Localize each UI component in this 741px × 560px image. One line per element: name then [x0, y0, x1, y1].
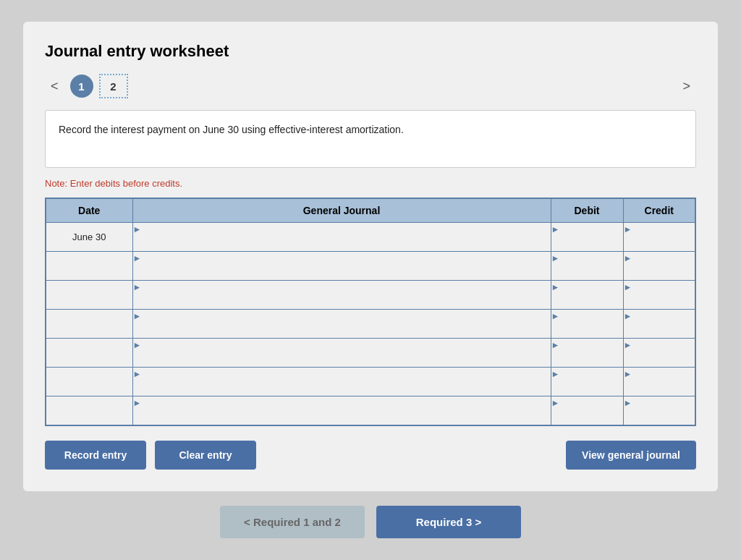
page-title: Journal entry worksheet: [45, 42, 696, 61]
credit-input-1[interactable]: [624, 234, 695, 251]
credit-cell-1[interactable]: ►: [623, 223, 695, 252]
note-text: Note: Enter debits before credits.: [45, 178, 696, 189]
debit-input-4[interactable]: [551, 321, 623, 338]
journal-cell-2[interactable]: ►: [132, 252, 551, 281]
credit-cell-2[interactable]: ►: [623, 252, 695, 281]
credit-cell-5[interactable]: ►: [623, 339, 695, 368]
debit-cell-1[interactable]: ►: [551, 223, 623, 252]
table-header-row: Date General Journal Debit Credit: [46, 198, 695, 223]
row-arrow-icon-2: ►: [133, 253, 142, 263]
journal-input-3[interactable]: [133, 292, 551, 309]
tab-navigation: < 1 2 >: [45, 74, 696, 98]
journal-cell-1[interactable]: ►: [132, 223, 551, 252]
instruction-text: Record the interest payment on June 30 u…: [59, 124, 404, 135]
next-arrow[interactable]: >: [677, 76, 696, 97]
header-date: Date: [46, 198, 132, 223]
credit-cell-6[interactable]: ►: [623, 368, 695, 396]
row-arrow-icon-4: ►: [133, 311, 142, 321]
tab-2[interactable]: 2: [99, 74, 128, 98]
debit-arrow-icon-1: ►: [551, 224, 560, 234]
journal-input-7[interactable]: [133, 408, 551, 425]
action-button-row: Record entry Clear entry View general jo…: [45, 441, 696, 470]
debit-arrow-icon-6: ►: [551, 369, 560, 379]
date-cell-2: [46, 252, 132, 281]
clear-entry-button[interactable]: Clear entry: [155, 441, 256, 470]
row-arrow-icon-5: ►: [133, 340, 142, 350]
credit-input-5[interactable]: [624, 350, 695, 367]
table-row: ► ► ►: [46, 396, 695, 426]
debit-cell-7[interactable]: ►: [551, 396, 623, 426]
credit-arrow-icon-4: ►: [624, 311, 632, 321]
date-cell-6: [46, 368, 132, 396]
page-wrapper: Journal entry worksheet < 1 2 > Record t…: [23, 22, 718, 538]
debit-input-3[interactable]: [551, 292, 623, 309]
header-debit: Debit: [551, 198, 623, 223]
credit-input-4[interactable]: [624, 321, 695, 338]
table-row: ► ► ►: [46, 368, 695, 396]
date-cell-4: [46, 310, 132, 339]
view-general-journal-button[interactable]: View general journal: [566, 441, 696, 470]
credit-input-6[interactable]: [624, 379, 695, 396]
journal-input-6[interactable]: [133, 379, 551, 396]
journal-cell-7[interactable]: ►: [132, 396, 551, 426]
journal-cell-4[interactable]: ►: [132, 310, 551, 339]
debit-input-7[interactable]: [551, 408, 623, 425]
credit-arrow-icon-7: ►: [624, 398, 632, 408]
debit-arrow-icon-2: ►: [551, 253, 560, 263]
debit-input-1[interactable]: [551, 234, 623, 251]
debit-arrow-icon-3: ►: [551, 282, 560, 292]
journal-input-1[interactable]: [133, 234, 551, 251]
table-row: ► ► ►: [46, 310, 695, 339]
required-3-button[interactable]: Required 3 >: [376, 506, 521, 538]
credit-input-2[interactable]: [624, 263, 695, 280]
journal-table: Date General Journal Debit Credit: [45, 198, 696, 426]
row-arrow-icon-3: ►: [133, 282, 142, 292]
journal-input-4[interactable]: [133, 321, 551, 338]
header-general-journal: General Journal: [132, 198, 551, 223]
table-row: ► ► ►: [46, 252, 695, 281]
table-row: ► ► ►: [46, 339, 695, 368]
journal-input-2[interactable]: [133, 263, 551, 280]
journal-cell-5[interactable]: ►: [132, 339, 551, 368]
debit-arrow-icon-4: ►: [551, 311, 560, 321]
instruction-box: Record the interest payment on June 30 u…: [45, 110, 696, 168]
date-cell-3: [46, 281, 132, 310]
record-entry-button[interactable]: Record entry: [45, 441, 146, 470]
debit-cell-2[interactable]: ►: [551, 252, 623, 281]
debit-input-6[interactable]: [551, 379, 623, 396]
debit-cell-4[interactable]: ►: [551, 310, 623, 339]
row-arrow-icon-7: ►: [133, 398, 142, 408]
row-arrow-icon: ►: [133, 224, 142, 234]
credit-arrow-icon-3: ►: [624, 282, 632, 292]
credit-arrow-icon-2: ►: [624, 253, 632, 263]
header-credit: Credit: [623, 198, 695, 223]
journal-cell-3[interactable]: ►: [132, 281, 551, 310]
table-row: ► ► ►: [46, 281, 695, 310]
date-cell-1: June 30: [46, 223, 132, 252]
bottom-navigation: < Required 1 and 2 Required 3 >: [23, 506, 718, 538]
date-cell-7: [46, 396, 132, 426]
prev-arrow[interactable]: <: [45, 76, 64, 97]
credit-cell-3[interactable]: ►: [623, 281, 695, 310]
debit-cell-6[interactable]: ►: [551, 368, 623, 396]
table-row: June 30 ► ►: [46, 223, 695, 252]
credit-arrow-icon-1: ►: [624, 224, 632, 234]
journal-input-5[interactable]: [133, 350, 551, 367]
debit-input-5[interactable]: [551, 350, 623, 367]
debit-cell-5[interactable]: ►: [551, 339, 623, 368]
journal-cell-6[interactable]: ►: [132, 368, 551, 396]
credit-cell-4[interactable]: ►: [623, 310, 695, 339]
row-arrow-icon-6: ►: [133, 369, 142, 379]
credit-input-3[interactable]: [624, 292, 695, 309]
credit-cell-7[interactable]: ►: [623, 396, 695, 426]
debit-arrow-icon-7: ►: [551, 398, 560, 408]
credit-input-7[interactable]: [624, 408, 695, 425]
required-1-and-2-button[interactable]: < Required 1 and 2: [220, 506, 365, 538]
debit-input-2[interactable]: [551, 263, 623, 280]
credit-arrow-icon-5: ►: [624, 340, 632, 350]
debit-arrow-icon-5: ►: [551, 340, 560, 350]
tab-1[interactable]: 1: [70, 75, 93, 98]
main-card: Journal entry worksheet < 1 2 > Record t…: [23, 22, 718, 491]
credit-arrow-icon-6: ►: [624, 369, 632, 379]
debit-cell-3[interactable]: ►: [551, 281, 623, 310]
